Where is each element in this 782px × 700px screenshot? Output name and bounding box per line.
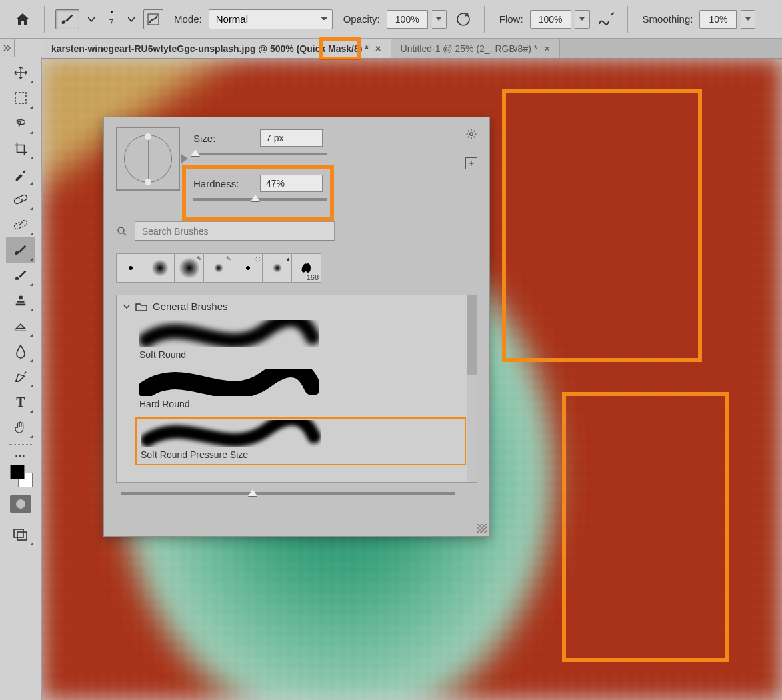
document-tabs: karsten-winegeart-RU6wtyteGgc-unsplash.j… <box>42 39 782 59</box>
recent-brushes-row: ✎ ✎ ◌ ▴ 168 <box>116 253 477 283</box>
quick-mask-toggle[interactable] <box>10 495 31 513</box>
arrow-right-icon <box>181 154 188 163</box>
recent-brush-thumb[interactable] <box>145 253 175 283</box>
opacity-dropdown[interactable] <box>432 10 447 29</box>
svg-rect-3 <box>13 194 28 205</box>
move-icon <box>13 65 28 80</box>
recent-brush-thumb[interactable]: ✎ <box>204 253 233 283</box>
brush-angle-control[interactable] <box>116 127 180 191</box>
eraser-icon <box>13 319 28 333</box>
preset-name: Soft Round Pressure Size <box>141 449 461 460</box>
dot-icon <box>111 11 113 13</box>
hardness-slider[interactable] <box>193 196 327 203</box>
tab-zoom: 500% <box>270 43 294 54</box>
eyedropper-tool[interactable] <box>6 161 35 187</box>
lasso-tool[interactable] <box>6 111 35 136</box>
pressure-opacity-toggle[interactable] <box>453 9 473 29</box>
recent-brush-thumb[interactable]: ✎ <box>175 253 204 283</box>
mode-label: Mode: <box>174 13 202 25</box>
divider <box>484 6 485 33</box>
wand-icon <box>13 217 29 232</box>
chevron-down-icon[interactable] <box>86 13 97 25</box>
circle-icon <box>16 499 25 509</box>
panel-resize-grip[interactable] <box>477 524 487 533</box>
mixer-brush-tool[interactable] <box>6 263 35 288</box>
brush-size-number: 7 <box>109 18 114 27</box>
tab-inactive-document[interactable]: Untitled-1 @ 25% (2_, RGB/8#) * × <box>391 39 560 58</box>
brush-preset-item[interactable]: Hard Round <box>117 367 477 416</box>
close-icon[interactable]: × <box>544 43 550 54</box>
ellipsis-icon: ··· <box>15 451 27 461</box>
expand-panels-handle[interactable] <box>0 39 15 57</box>
recent-brush-thumb[interactable] <box>116 253 145 283</box>
foreground-background-colors[interactable] <box>7 463 34 490</box>
recent-brush-thumb[interactable]: ◌ <box>233 253 263 283</box>
recent-brush-thumb[interactable]: 168 <box>292 253 321 283</box>
foreground-color-swatch[interactable] <box>10 465 25 479</box>
tab-title-suffix: (Quick Mask/8) * <box>294 43 369 54</box>
blend-mode-select[interactable]: Normal <box>209 9 333 29</box>
healing-brush-tool[interactable] <box>6 187 35 212</box>
brush-group-header[interactable]: General Brushes <box>117 295 477 317</box>
marquee-icon <box>14 91 27 105</box>
svg-rect-7 <box>14 529 23 537</box>
close-icon[interactable]: × <box>375 43 381 54</box>
opacity-value[interactable]: 100% <box>387 10 428 29</box>
brush-list-scrollbar[interactable] <box>467 295 477 482</box>
screen-mode-button[interactable] <box>6 522 35 547</box>
pen-tool[interactable] <box>6 364 35 389</box>
opacity-label: Opacity: <box>343 13 380 25</box>
drop-icon <box>15 344 27 359</box>
preview-size-slider[interactable] <box>121 492 455 495</box>
size-slider[interactable] <box>193 151 327 157</box>
divider <box>44 6 45 33</box>
stamp-icon <box>13 293 28 308</box>
quick-selection-tool[interactable] <box>6 212 35 237</box>
clone-stamp-tool[interactable] <box>6 288 35 313</box>
smoothing-dropdown[interactable] <box>741 10 755 29</box>
size-input[interactable]: 7 px <box>260 129 323 147</box>
chevron-down-icon[interactable] <box>126 13 137 25</box>
brush-stroke-preview <box>139 320 319 347</box>
screen-mode-icon <box>13 529 28 541</box>
type-tool[interactable]: T <box>6 389 35 415</box>
tab-active-document[interactable]: karsten-winegeart-RU6wtyteGgc-unsplash.j… <box>42 39 391 58</box>
tool-preset-picker[interactable] <box>55 9 79 29</box>
type-icon: T <box>16 395 25 410</box>
brush-stroke-preview <box>141 420 321 447</box>
recent-brush-thumb[interactable]: ▴ <box>263 253 292 283</box>
svg-point-10 <box>118 227 124 233</box>
airbrush-toggle[interactable] <box>597 9 617 29</box>
options-bar: 7 Mode: Normal Opacity: 100% Flow: 100% … <box>0 0 782 39</box>
crop-tool[interactable] <box>6 136 35 161</box>
search-icon <box>116 225 128 237</box>
crop-icon <box>13 141 28 156</box>
brush-preset-picker[interactable]: 7 <box>103 11 119 27</box>
move-tool[interactable] <box>6 60 35 85</box>
flow-dropdown[interactable] <box>575 10 590 29</box>
smoothing-value[interactable]: 10% <box>699 10 737 29</box>
tools-panel: T ··· <box>0 57 42 700</box>
smoothing-label: Smoothing: <box>643 13 693 25</box>
brush-preset-item[interactable]: Soft Round <box>117 317 477 367</box>
size-label: Size: <box>193 133 247 144</box>
marquee-tool[interactable] <box>6 85 35 111</box>
home-button[interactable] <box>12 9 33 30</box>
blur-tool[interactable] <box>6 339 35 364</box>
brush-size-label: 168 <box>307 273 319 281</box>
edit-toolbar[interactable]: ··· <box>6 449 35 462</box>
brush-tool[interactable] <box>6 237 35 263</box>
flow-value[interactable]: 100% <box>530 10 571 29</box>
person-badge-icon: ▴ <box>287 255 290 262</box>
eraser-tool[interactable] <box>6 313 35 339</box>
lasso-icon <box>13 116 28 131</box>
brush-settings-toggle[interactable] <box>143 9 163 29</box>
brush-preset-item-highlighted[interactable]: Soft Round Pressure Size <box>135 417 466 465</box>
search-brushes-input[interactable] <box>135 221 335 241</box>
hand-tool[interactable] <box>6 415 35 440</box>
hardness-input[interactable]: 47% <box>260 175 323 192</box>
brush-stroke-preview <box>139 369 319 396</box>
divider <box>627 6 628 33</box>
svg-point-1 <box>457 13 469 25</box>
double-chevron-right-icon <box>3 45 11 51</box>
